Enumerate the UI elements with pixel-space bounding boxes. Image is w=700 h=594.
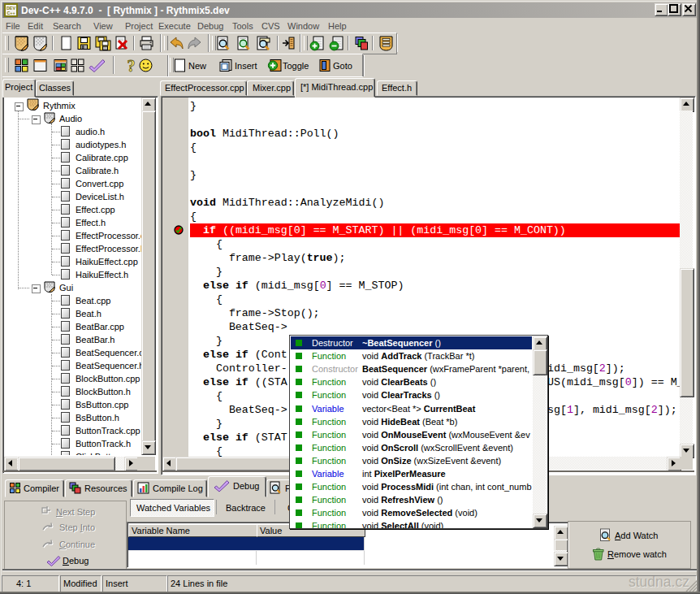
svg-text:C++: C++ (6, 11, 15, 15)
svg-text:?: ? (127, 57, 136, 74)
